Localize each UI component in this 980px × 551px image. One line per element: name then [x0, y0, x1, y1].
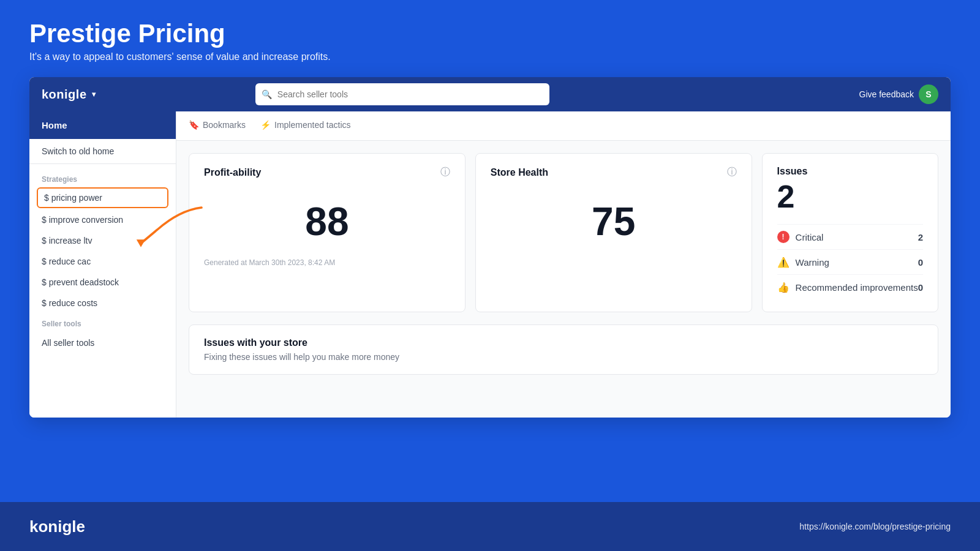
- warning-icon: ⚠️: [777, 256, 790, 268]
- warning-count: 0: [918, 257, 923, 268]
- profit-ability-title: Profit-ability: [204, 167, 261, 178]
- logo-text: konigle: [42, 88, 87, 102]
- give-feedback-label: Give feedback: [859, 89, 914, 99]
- info-icon-profit[interactable]: ⓘ: [440, 166, 450, 179]
- metrics-row: Profit-ability ⓘ 88 Generated at March 3…: [189, 153, 938, 312]
- search-icon: 🔍: [262, 89, 272, 99]
- reduce-cac-label: $ reduce cac: [42, 257, 91, 266]
- sidebar-item-reduce-costs[interactable]: $ reduce costs: [29, 293, 176, 313]
- info-icon-store-health[interactable]: ⓘ: [727, 166, 737, 179]
- increase-ltv-label: $ increase ltv: [42, 236, 92, 246]
- issue-row-warning: ⚠️ Warning 0: [777, 249, 923, 274]
- issues-count: 2: [777, 179, 923, 214]
- recommend-icon: 👍: [777, 281, 790, 293]
- page-subtitle: It's a way to appeal to customers' sense…: [29, 51, 951, 62]
- issue-recommended-left: 👍 Recommended improvements: [777, 281, 918, 293]
- home-label: Home: [42, 120, 67, 130]
- sidebar-home-item[interactable]: Home: [29, 111, 176, 139]
- profit-ability-value: 88: [204, 184, 450, 253]
- critical-count: 2: [918, 232, 923, 242]
- sidebar-item-all-seller-tools[interactable]: All seller tools: [29, 331, 176, 355]
- issue-critical-left: ! Critical: [777, 231, 824, 243]
- store-health-card: Store Health ⓘ 75: [475, 153, 752, 312]
- footer-url: https://konigle.com/blog/prestige-pricin…: [799, 522, 951, 531]
- app-window: konigle ▾ 🔍 Give feedback S Home Switch …: [29, 77, 951, 418]
- prevent-deadstock-label: $ prevent deadstock: [42, 277, 119, 287]
- page-title: Prestige Pricing: [29, 20, 951, 48]
- sidebar-item-reduce-cac[interactable]: $ reduce cac: [29, 251, 176, 272]
- switch-label: Switch to old home: [42, 146, 114, 156]
- store-health-title-row: Store Health ⓘ: [491, 166, 737, 179]
- issues-section-title: Issues with your store: [204, 337, 923, 348]
- issues-section: Issues with your store Fixing these issu…: [189, 324, 938, 375]
- pricing-power-label: $ pricing power: [44, 193, 102, 203]
- flash-icon: ⚡: [260, 120, 271, 130]
- recommended-count: 0: [918, 282, 923, 293]
- issue-warning-left: ⚠️ Warning: [777, 256, 829, 268]
- sidebar: Home Switch to old home Strategies $ pri…: [29, 111, 176, 418]
- page-footer: konigle https://konigle.com/blog/prestig…: [0, 502, 980, 551]
- content-area: Profit-ability ⓘ 88 Generated at March 3…: [176, 141, 951, 418]
- profit-ability-title-row: Profit-ability ⓘ: [204, 166, 450, 179]
- right-panel: 🔖 Bookmarks ⚡ Implemented tactics Profit…: [176, 111, 951, 418]
- issues-card: Issues 2 ! Critical 2 ⚠️: [762, 153, 938, 312]
- strategies-section-label: Strategies: [29, 169, 176, 186]
- all-seller-tools-label: All seller tools: [42, 338, 94, 348]
- top-nav: konigle ▾ 🔍 Give feedback S: [29, 77, 951, 111]
- chevron-down-icon: ▾: [92, 90, 96, 99]
- warning-label: Warning: [796, 257, 829, 268]
- recommended-label: Recommended improvements: [796, 282, 918, 293]
- tab-implemented-tactics-label: Implemented tactics: [274, 120, 351, 130]
- avatar: S: [919, 84, 938, 104]
- sidebar-item-increase-ltv[interactable]: $ increase ltv: [29, 230, 176, 251]
- critical-icon: !: [777, 231, 790, 243]
- tab-implemented-tactics[interactable]: ⚡ Implemented tactics: [260, 111, 351, 140]
- sidebar-switch-item[interactable]: Switch to old home: [29, 139, 176, 164]
- logo-area[interactable]: konigle ▾: [42, 88, 96, 102]
- footer-logo: konigle: [29, 517, 85, 536]
- issues-section-subtitle: Fixing these issues will help you make m…: [204, 352, 923, 362]
- search-input[interactable]: [255, 83, 549, 105]
- profit-ability-card: Profit-ability ⓘ 88 Generated at March 3…: [189, 153, 466, 312]
- store-health-value: 75: [491, 184, 737, 253]
- sidebar-item-improve-conversion[interactable]: $ improve conversion: [29, 209, 176, 230]
- critical-label: Critical: [796, 232, 824, 242]
- tab-bar: 🔖 Bookmarks ⚡ Implemented tactics: [176, 111, 951, 141]
- main-area: Home Switch to old home Strategies $ pri…: [29, 111, 951, 418]
- bookmark-icon: 🔖: [189, 120, 199, 130]
- give-feedback-button[interactable]: Give feedback S: [859, 84, 939, 104]
- search-bar: 🔍: [255, 83, 549, 105]
- sidebar-item-pricing-power[interactable]: $ pricing power: [37, 187, 168, 208]
- tab-bookmarks-label: Bookmarks: [203, 120, 246, 130]
- profit-ability-generated: Generated at March 30th 2023, 8:42 AM: [204, 258, 450, 267]
- issue-row-critical: ! Critical 2: [777, 224, 923, 249]
- nav-right: Give feedback S: [859, 84, 939, 104]
- reduce-costs-label: $ reduce costs: [42, 298, 97, 308]
- sidebar-item-prevent-deadstock[interactable]: $ prevent deadstock: [29, 272, 176, 293]
- issue-row-recommended: 👍 Recommended improvements 0: [777, 274, 923, 299]
- issues-title: Issues: [777, 166, 923, 177]
- improve-conversion-label: $ improve conversion: [42, 215, 123, 225]
- page-header: Prestige Pricing It's a way to appeal to…: [0, 0, 980, 77]
- tab-bookmarks[interactable]: 🔖 Bookmarks: [189, 111, 246, 140]
- store-health-title: Store Health: [491, 167, 548, 178]
- seller-tools-section-label: Seller tools: [29, 313, 176, 331]
